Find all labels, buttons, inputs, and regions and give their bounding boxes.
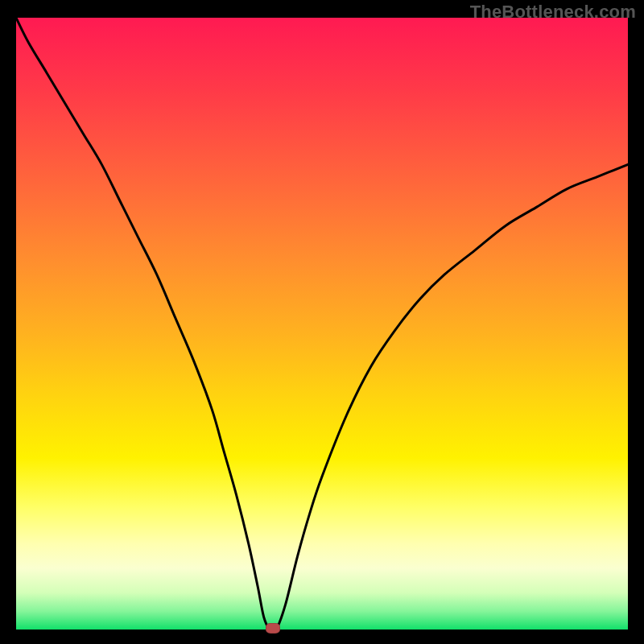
plot-area xyxy=(16,18,628,630)
watermark-text: TheBottleneck.com xyxy=(470,2,636,23)
optimal-point-marker xyxy=(266,623,280,634)
chart-frame: TheBottleneck.com xyxy=(0,0,644,644)
bottleneck-curve xyxy=(16,18,628,630)
